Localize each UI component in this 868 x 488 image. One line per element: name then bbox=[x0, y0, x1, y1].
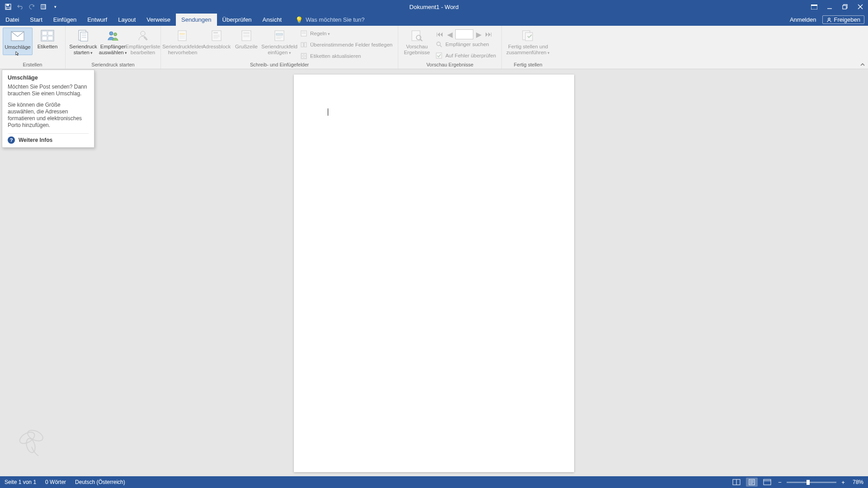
signin-link[interactable]: Anmelden bbox=[790, 16, 816, 23]
svg-rect-37 bbox=[242, 31, 251, 41]
envelopes-button[interactable]: Umschläge bbox=[3, 28, 33, 55]
svg-rect-33 bbox=[213, 32, 218, 33]
address-block-icon bbox=[209, 28, 224, 43]
zoom-out-icon[interactable]: − bbox=[777, 479, 783, 486]
collapse-ribbon-icon[interactable] bbox=[860, 62, 865, 67]
envelope-icon bbox=[10, 29, 25, 43]
rules-label: Regeln bbox=[310, 31, 330, 36]
group-create: Umschläge Etiketten Erstellen bbox=[0, 26, 66, 69]
tab-view[interactable]: Ansicht bbox=[257, 14, 288, 26]
tab-home[interactable]: Start bbox=[24, 14, 47, 26]
svg-rect-42 bbox=[276, 33, 283, 35]
match-icon bbox=[300, 41, 307, 48]
find-recipient-button: Empfänger suchen bbox=[435, 39, 496, 49]
rules-button: Regeln bbox=[300, 28, 392, 38]
match-fields-label: Übereinstimmende Felder festlegen bbox=[310, 42, 392, 47]
check-icon bbox=[435, 52, 443, 59]
restore-icon[interactable] bbox=[837, 0, 853, 14]
status-language[interactable]: Deutsch (Österreich) bbox=[75, 479, 125, 485]
record-number-input[interactable] bbox=[455, 29, 473, 39]
insert-field-icon bbox=[272, 28, 287, 43]
start-merge-label: Seriendruck starten bbox=[68, 44, 98, 56]
edit-recipients-label: Empfängerliste bearbeiten bbox=[126, 44, 160, 56]
zoom-slider[interactable] bbox=[787, 482, 836, 483]
tab-review[interactable]: Überprüfen bbox=[217, 14, 257, 26]
tab-layout[interactable]: Layout bbox=[113, 14, 141, 26]
svg-point-66 bbox=[26, 428, 44, 443]
svg-rect-64 bbox=[525, 33, 533, 41]
next-record-icon: ▶ bbox=[474, 29, 483, 39]
greeting-label: Grußzeile bbox=[235, 44, 258, 50]
address-block-label: Adressblock bbox=[203, 44, 231, 50]
tell-me-placeholder: Was möchten Sie tun? bbox=[306, 16, 364, 23]
start-merge-button[interactable]: Seriendruck starten bbox=[68, 28, 98, 56]
print-layout-icon[interactable] bbox=[746, 478, 758, 487]
address-block-button: Adressblock bbox=[202, 28, 231, 50]
group-finish-label: Fertig stellen bbox=[502, 62, 554, 69]
svg-line-59 bbox=[420, 39, 422, 41]
highlight-fields-button: Seriendruckfelder hervorheben bbox=[164, 28, 202, 56]
tab-design[interactable]: Entwurf bbox=[82, 14, 113, 26]
status-page[interactable]: Seite 1 von 1 bbox=[5, 479, 36, 485]
tooltip-more-link[interactable]: ? Weitere Infos bbox=[8, 133, 89, 144]
qat-customize-icon[interactable]: ▾ bbox=[50, 1, 61, 12]
save-icon[interactable] bbox=[3, 1, 14, 12]
prev-record-icon: ◀ bbox=[445, 29, 454, 39]
finish-icon bbox=[521, 28, 535, 43]
select-recipients-label: Empfänger auswählen bbox=[98, 44, 128, 56]
start-merge-icon bbox=[76, 28, 90, 43]
finish-merge-button: Fertig stellen und zusammenführen bbox=[505, 28, 552, 56]
svg-rect-74 bbox=[764, 479, 771, 485]
zoom-value[interactable]: 78% bbox=[853, 479, 863, 485]
minimize-icon[interactable] bbox=[822, 0, 837, 14]
close-icon[interactable] bbox=[853, 0, 868, 14]
web-layout-icon[interactable] bbox=[761, 478, 773, 487]
redo-icon[interactable] bbox=[26, 1, 37, 12]
tab-references[interactable]: Verweise bbox=[141, 14, 176, 26]
select-recipients-button[interactable]: Empfänger auswählen bbox=[98, 28, 128, 56]
ribbon: Umschläge Etiketten Erstellen Seriendruc… bbox=[0, 26, 868, 69]
edit-recipients-button: Empfängerliste bearbeiten bbox=[128, 28, 158, 56]
preview-label: Vorschau Ergebnisse bbox=[401, 44, 433, 56]
bulb-icon: 💡 bbox=[295, 16, 303, 23]
cursor-icon bbox=[15, 51, 20, 56]
check-errors-label: Auf Fehler überprüfen bbox=[445, 53, 496, 58]
window-controls bbox=[807, 0, 868, 14]
tab-mailings[interactable]: Sendungen bbox=[176, 14, 217, 26]
select-recipients-icon bbox=[106, 28, 120, 43]
read-mode-icon[interactable] bbox=[731, 478, 742, 487]
title-bar: ▾ Dokument1 - Word bbox=[0, 0, 868, 14]
page[interactable] bbox=[294, 75, 574, 472]
svg-point-26 bbox=[114, 33, 117, 36]
update-labels-label: Etiketten aktualisieren bbox=[310, 53, 361, 59]
document-area[interactable] bbox=[0, 69, 868, 476]
svg-rect-29 bbox=[179, 33, 185, 35]
tab-file[interactable]: Datei bbox=[0, 14, 24, 26]
touch-mode-icon[interactable] bbox=[38, 1, 49, 12]
zoom-thumb[interactable] bbox=[807, 480, 810, 485]
group-start-merge: Seriendruck starten Empfänger auswählen … bbox=[66, 26, 161, 69]
ribbon-display-icon[interactable] bbox=[807, 0, 822, 14]
ribbon-tabs: Datei Start Einfügen Entwurf Layout Verw… bbox=[0, 14, 868, 26]
check-errors-button: Auf Fehler überprüfen bbox=[435, 51, 496, 61]
find-recipient-label: Empfänger suchen bbox=[445, 42, 489, 47]
tab-insert[interactable]: Einfügen bbox=[48, 14, 82, 26]
svg-rect-62 bbox=[436, 53, 442, 58]
tell-me-search[interactable]: 💡 Was möchten Sie tun? bbox=[295, 14, 364, 26]
watermark-icon bbox=[14, 422, 50, 458]
svg-rect-2 bbox=[6, 7, 10, 9]
zoom-in-icon[interactable]: + bbox=[840, 479, 846, 486]
help-icon: ? bbox=[8, 136, 15, 144]
share-button[interactable]: Freigeben bbox=[822, 15, 864, 24]
group-write-fields: Seriendruckfelder hervorheben Adressbloc… bbox=[161, 26, 398, 69]
svg-rect-7 bbox=[811, 5, 817, 6]
svg-rect-41 bbox=[275, 31, 284, 41]
labels-button[interactable]: Etiketten bbox=[33, 28, 62, 50]
rules-icon bbox=[300, 30, 307, 37]
highlight-label: Seriendruckfelder hervorheben bbox=[162, 44, 203, 56]
status-words[interactable]: 0 Wörter bbox=[45, 479, 66, 485]
svg-point-13 bbox=[828, 18, 830, 19]
search-icon bbox=[435, 41, 443, 48]
svg-point-65 bbox=[18, 430, 36, 446]
highlight-icon bbox=[175, 28, 190, 43]
